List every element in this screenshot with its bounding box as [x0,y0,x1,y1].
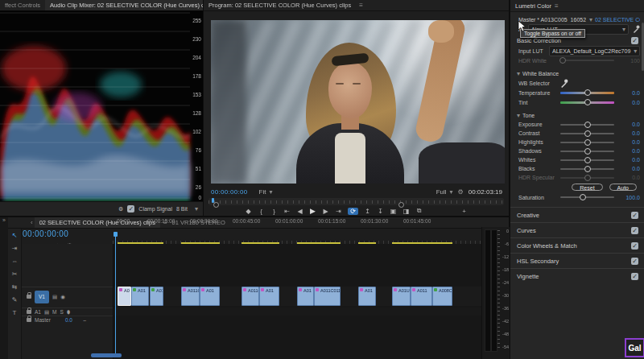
monitor-settings-wrench-icon[interactable]: ⚙ [458,188,464,196]
hsl-secondary-checkbox[interactable] [631,258,638,265]
master-track-header[interactable]: Master 0.0 ⇔ [22,316,113,323]
input-lut-select[interactable]: ALEXA_Default_LogC2Rec709▾ [549,46,640,56]
timeline-clip[interactable]: A01UC0 [392,287,411,306]
a1-mute-button[interactable]: M [52,309,56,315]
wb-eyedropper-icon[interactable] [560,79,568,88]
slip-tool-icon[interactable]: ⇆ [12,283,18,291]
mark-out-button[interactable]: } [270,208,278,215]
add-marker-button[interactable]: ◆ [245,208,252,215]
shadows-slider[interactable] [560,151,614,152]
contrast-slider[interactable] [560,133,614,134]
expand-panel-icon[interactable]: » [2,217,6,223]
tint-slider[interactable] [560,101,614,104]
sequence-nav-icon[interactable]: ‹ [31,219,33,226]
v1-sync-lock-icon[interactable]: ▤ [52,294,57,300]
comparison-view-button[interactable]: ◨ [402,208,410,215]
playback-resolution-select[interactable]: Full [436,188,447,196]
timeline-clip[interactable]: A01 [200,287,220,306]
creative-checkbox[interactable] [631,212,638,219]
saturation-slider[interactable] [560,196,614,198]
timeline-clip[interactable]: A011C0 [242,287,259,306]
panel-menu-icon[interactable]: ≡ [359,2,363,9]
lumetri-title[interactable]: Lumetri Color [515,2,551,10]
multi-camera-button[interactable]: ⧉ [415,207,423,215]
lift-button[interactable]: ↥ [364,208,371,215]
curves-checkbox[interactable] [631,227,638,234]
a1-track-header[interactable]: A1 ▤ M S ⬮ [22,307,113,316]
exposure-slider[interactable] [560,124,614,126]
white-balance-header[interactable]: ▾ White Balance [510,68,644,78]
timeline-clip[interactable]: A01 [131,287,149,306]
extract-button[interactable]: ↧ [377,208,384,215]
section-hsl-secondary[interactable]: HSL Secondary [510,253,644,268]
section-creative[interactable]: Creative [510,207,644,222]
lumetri-panel-menu-icon[interactable]: ≡ [555,2,559,10]
timeline-collapse-strip[interactable]: » [0,217,8,359]
section-color-wheels[interactable]: Color Wheels & Match [510,237,644,253]
temperature-slider[interactable] [560,92,614,94]
section-curves[interactable]: Curves [510,222,644,237]
timeline-current-timecode[interactable]: 00:00:00:00 [23,229,68,238]
go-to-out-button[interactable]: ⇥ [335,208,342,215]
tone-collapse-icon[interactable]: ▾ [517,112,520,119]
reset-button[interactable]: Reset [572,184,602,191]
master-expand-icon[interactable]: ⇔ [82,317,88,323]
tab-sequence-selective-color[interactable]: 02 SELECTIVE COLOR (Hue Curves) clips [35,217,160,229]
hdr-specular-slider[interactable] [560,177,614,179]
hdr-eyedropper-icon[interactable] [633,25,640,33]
timeline-clip[interactable]: A01 [358,287,376,306]
clamp-signal-checkbox[interactable] [127,205,134,213]
color-wheels-checkbox[interactable] [631,242,638,250]
go-to-in-button[interactable]: ⇤ [283,208,291,215]
vignette-checkbox[interactable] [631,273,638,280]
master-clip-select[interactable]: Master * A013C005_160521_R1... [518,17,586,23]
timeline-clip[interactable]: A01 [297,287,314,306]
v1-track-header[interactable]: V1 ▤ ◉ [22,287,113,306]
play-button[interactable]: ▶ [309,207,316,215]
zoom-level-select[interactable]: Fit [259,188,266,196]
a1-voiceover-mic-icon[interactable]: ⬮ [67,309,70,316]
section-vignette[interactable]: Vignette [510,268,644,283]
white-balance-collapse-icon[interactable]: ▾ [517,70,520,77]
selection-tool-icon[interactable]: ↖ [12,232,18,239]
razor-tool-icon[interactable]: ✂ [12,270,18,278]
button-editor-button[interactable]: + [460,208,468,215]
master-volume-value[interactable]: 0.0 [65,317,72,323]
auto-button[interactable]: Auto [609,184,637,191]
step-forward-button[interactable]: ▶ [322,208,329,215]
bit-depth-select[interactable]: 8 Bit [176,206,188,212]
a1-sync-lock-icon[interactable]: ▤ [44,309,49,316]
tab-audio-clip-mixer[interactable]: Audio Clip Mixer: 02 SELECTIVE COLOR (Hu… [45,0,203,11]
tone-header[interactable]: ▾ Tone [510,110,644,120]
v1-lock-icon[interactable] [27,295,31,299]
tab-effect-controls[interactable]: ffect Controls [0,0,45,10]
timeline-clip[interactable]: A01 [259,287,279,306]
whites-slider[interactable] [560,159,614,161]
scope-settings-wrench-icon[interactable]: ⚙ [118,206,123,213]
program-scrubber[interactable] [208,198,504,205]
pen-tool-icon[interactable]: ✎ [12,296,18,303]
master-lock-icon[interactable] [27,318,31,322]
timeline-clip[interactable]: A011C01 [181,287,200,306]
type-tool-icon[interactable]: T [13,309,17,316]
step-back-button[interactable]: ◀ [296,208,303,215]
program-current-timecode[interactable]: 00:00:00:00 [211,188,248,196]
sequence-clip-label[interactable]: 02 SELECTIVE COLOR (Hue C... [595,17,640,23]
ripple-edit-tool-icon[interactable]: ⇔ [11,258,18,265]
timeline-clip[interactable]: A011 [150,287,163,306]
timeline-playhead[interactable] [115,232,116,354]
timeline-clip[interactable]: A008C0 [432,287,452,306]
hdr-white-slider[interactable] [560,60,614,61]
loop-button[interactable]: ⟳ [348,208,358,215]
audio-track-a1[interactable] [113,307,481,316]
timeline-clip[interactable]: A011C011_1 [314,287,341,306]
timeline-clip-selected[interactable]: A0 [118,287,131,306]
v1-target-badge[interactable]: V1 [35,291,49,303]
highlights-slider[interactable] [560,142,614,143]
tab-program[interactable]: Program: 02 SELECTIVE COLOR (Hue Curves)… [204,0,356,10]
mark-in-button[interactable]: { [258,208,265,215]
a1-label[interactable]: A1 [35,309,41,315]
a1-solo-button[interactable]: S [60,309,64,315]
v1-toggle-output-eye-icon[interactable]: ◉ [60,294,65,300]
track-select-tool-icon[interactable]: ⇥ [12,245,18,252]
